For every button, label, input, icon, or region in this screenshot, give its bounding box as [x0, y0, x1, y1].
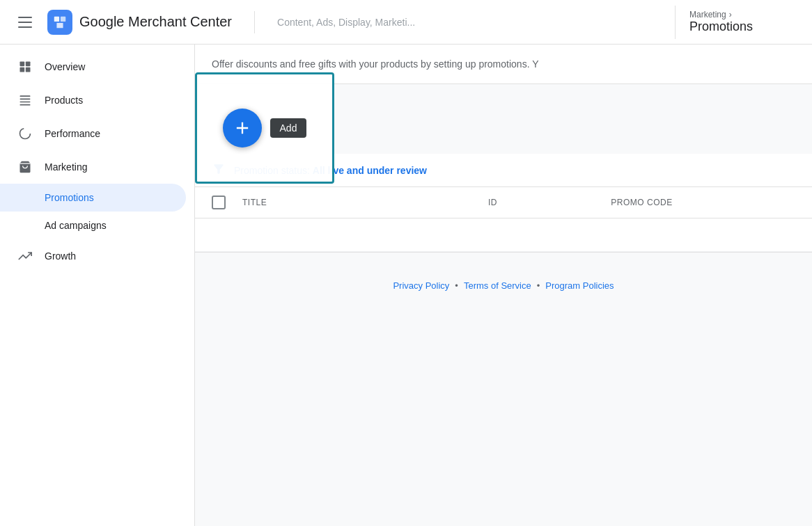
- column-id: ID: [488, 198, 611, 207]
- add-circle-button[interactable]: [223, 109, 262, 148]
- svg-rect-3: [26, 62, 31, 67]
- svg-point-10: [20, 129, 31, 139]
- breadcrumb-parent[interactable]: Marketing ›: [689, 10, 732, 19]
- add-promotion-overlay: Add: [195, 72, 334, 184]
- layout: Overview Products Performance: [0, 45, 812, 526]
- header-left: Google Merchant Center Content, Ads, Dis…: [11, 8, 661, 36]
- svg-rect-9: [20, 104, 31, 106]
- header-divider: [254, 11, 255, 33]
- privacy-policy-link[interactable]: Privacy Policy: [393, 280, 449, 291]
- sidebar-sub-item-ad-campaigns-label: Ad campaigns: [45, 220, 107, 231]
- svg-rect-7: [20, 99, 31, 100]
- add-label-button[interactable]: Add: [270, 118, 307, 138]
- main-content: Offer discounts and free gifts with your…: [195, 45, 812, 526]
- sidebar-item-growth[interactable]: Growth: [0, 239, 186, 273]
- logo-text: Google Merchant Center: [79, 14, 232, 30]
- sidebar-sub-item-promotions[interactable]: Promotions: [0, 184, 186, 212]
- column-title: Title: [242, 198, 488, 207]
- sidebar-item-products-label: Products: [45, 95, 83, 106]
- svg-rect-4: [20, 67, 25, 72]
- table-empty-row: [195, 218, 812, 252]
- header-subtitle: Content, Ads, Display, Marketi...: [277, 17, 661, 28]
- logo-icon: [47, 10, 72, 35]
- column-promo-code: Promo code: [611, 198, 795, 207]
- promotions-table: Title ID Promo code: [195, 187, 812, 253]
- info-text: Offer discounts and free gifts with your…: [212, 58, 539, 70]
- sidebar-item-growth-label: Growth: [45, 250, 76, 262]
- footer: Privacy Policy • Terms of Service • Prog…: [195, 253, 812, 308]
- chevron-right-icon: ›: [729, 10, 732, 19]
- sidebar-item-marketing-label: Marketing: [45, 161, 87, 173]
- logo-container: Google Merchant Center: [47, 10, 232, 35]
- svg-rect-8: [20, 102, 31, 103]
- svg-rect-1: [61, 16, 65, 21]
- banner-area: Offer discounts and free gifts with your…: [195, 45, 812, 84]
- program-policies-link[interactable]: Program Policies: [545, 280, 614, 291]
- sidebar-item-overview-label: Overview: [45, 61, 85, 72]
- terms-of-service-link[interactable]: Terms of Service: [464, 280, 531, 291]
- sidebar-sub-item-ad-campaigns[interactable]: Ad campaigns: [0, 212, 186, 239]
- sidebar: Overview Products Performance: [0, 45, 195, 526]
- table-header: Title ID Promo code: [195, 187, 812, 218]
- sidebar-item-marketing[interactable]: Marketing: [0, 150, 186, 184]
- sidebar-sub-item-promotions-label: Promotions: [45, 192, 94, 203]
- svg-rect-6: [20, 95, 31, 97]
- list-icon: [17, 92, 33, 109]
- header: Google Merchant Center Content, Ads, Dis…: [0, 0, 812, 45]
- sidebar-item-performance[interactable]: Performance: [0, 117, 186, 150]
- circle-partial-icon: [17, 125, 33, 142]
- svg-rect-2: [20, 62, 25, 67]
- footer-separator-1: •: [455, 280, 458, 291]
- bag-icon: [17, 159, 33, 175]
- footer-separator-2: •: [537, 280, 540, 291]
- grid-icon: [17, 58, 33, 75]
- breadcrumb-current: Promotions: [689, 19, 753, 34]
- trending-up-icon: [17, 248, 33, 264]
- sidebar-item-performance-label: Performance: [45, 128, 100, 139]
- breadcrumb: Marketing › Promotions: [689, 10, 801, 34]
- select-all-checkbox[interactable]: [212, 196, 226, 209]
- svg-rect-5: [26, 67, 31, 72]
- svg-rect-0: [54, 16, 59, 21]
- sidebar-item-overview[interactable]: Overview: [0, 50, 186, 83]
- header-right-divider: [675, 6, 676, 39]
- sidebar-item-products[interactable]: Products: [0, 83, 186, 117]
- menu-button[interactable]: [11, 8, 39, 36]
